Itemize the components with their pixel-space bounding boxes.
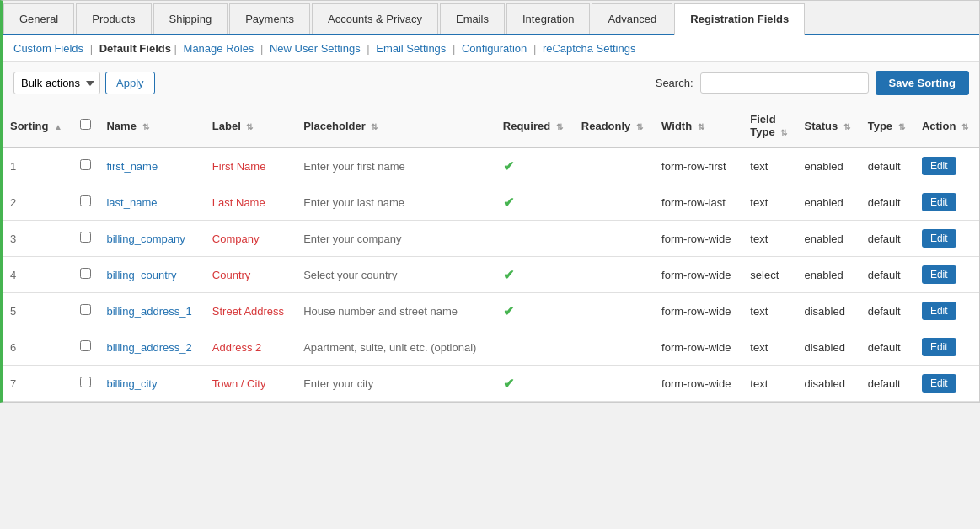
col-sorting[interactable]: Sorting ▲ — [3, 104, 73, 147]
row-num: 1 — [3, 147, 73, 184]
row-placeholder: Enter your first name — [297, 147, 496, 184]
row-readonly — [575, 329, 655, 366]
row-label: First Name — [206, 147, 297, 184]
row-checkbox[interactable] — [80, 340, 91, 351]
bulk-actions-select[interactable]: Bulk actions — [13, 72, 100, 94]
row-num: 7 — [3, 366, 73, 402]
tab-shipping[interactable]: Shipping — [153, 3, 228, 34]
edit-button[interactable]: Edit — [922, 374, 956, 393]
row-width: form-row-wide — [655, 293, 743, 329]
col-action[interactable]: Action ⇅ — [915, 104, 979, 147]
subnav-item-recaptcha-settings[interactable]: reCaptcha Settings — [543, 42, 636, 55]
sort-icon-label: ⇅ — [246, 122, 253, 131]
row-action: Edit — [915, 147, 979, 184]
subnav-item-email-settings[interactable]: Email Settings — [376, 42, 446, 55]
tab-integration[interactable]: Integration — [506, 3, 590, 34]
row-name: billing_address_2 — [99, 329, 205, 366]
sort-icon-status: ⇅ — [843, 122, 850, 131]
subnav-item-custom-fields[interactable]: Custom Fields — [13, 42, 83, 55]
col-required[interactable]: Required ⇅ — [496, 104, 575, 147]
row-checkbox-cell — [73, 329, 99, 366]
edit-button[interactable]: Edit — [922, 338, 956, 356]
col-type[interactable]: Type ⇅ — [861, 104, 915, 147]
subnav-item-configuration[interactable]: Configuration — [462, 42, 527, 55]
col-field-type[interactable]: FieldType ⇅ — [743, 104, 797, 147]
tab-accounts-privacy[interactable]: Accounts & Privacy — [312, 3, 438, 34]
row-checkbox-cell — [73, 257, 99, 293]
row-width: form-row-first — [655, 147, 743, 184]
tabs-bar: GeneralProductsShippingPaymentsAccounts … — [3, 1, 979, 35]
apply-button[interactable]: Apply — [105, 72, 155, 94]
tab-registration-fields[interactable]: Registration Fields — [674, 3, 805, 35]
row-checkbox[interactable] — [80, 268, 91, 279]
col-readonly[interactable]: Readonly ⇅ — [575, 104, 655, 147]
tab-general[interactable]: General — [3, 3, 74, 34]
table-row: 5billing_address_1Street AddressHouse nu… — [3, 293, 979, 329]
row-num: 6 — [3, 329, 73, 366]
col-status[interactable]: Status ⇅ — [797, 104, 860, 147]
row-checkbox[interactable] — [80, 195, 91, 206]
row-readonly — [575, 184, 655, 221]
row-placeholder: House number and street name — [297, 293, 496, 329]
main-container: GeneralProductsShippingPaymentsAccounts … — [0, 0, 980, 403]
row-checkbox-cell — [73, 184, 99, 221]
subnav-item-new-user-settings[interactable]: New User Settings — [270, 42, 361, 55]
row-field-type: text — [743, 293, 797, 329]
row-required — [496, 329, 575, 366]
select-all-checkbox[interactable] — [80, 119, 91, 130]
row-field-type: text — [743, 147, 797, 184]
required-check-icon: ✔ — [503, 159, 514, 174]
row-label: Country — [206, 257, 297, 293]
row-name: billing_address_1 — [99, 293, 205, 329]
row-label: Address 2 — [206, 329, 297, 366]
tab-advanced[interactable]: Advanced — [592, 3, 672, 34]
row-width: form-row-wide — [655, 257, 743, 293]
subnav-item-manage-roles[interactable]: Manage Roles — [184, 42, 254, 55]
col-label[interactable]: Label ⇅ — [206, 104, 297, 147]
row-status: disabled — [797, 293, 860, 329]
row-num: 5 — [3, 293, 73, 329]
col-name[interactable]: Name ⇅ — [99, 104, 205, 147]
col-placeholder[interactable]: Placeholder ⇅ — [297, 104, 496, 147]
row-checkbox-cell — [73, 293, 99, 329]
row-name: billing_company — [99, 221, 205, 257]
row-readonly — [575, 293, 655, 329]
edit-button[interactable]: Edit — [922, 193, 956, 211]
row-field-type: text — [743, 366, 797, 402]
table-row: 2last_nameLast NameEnter your last name✔… — [3, 184, 979, 221]
col-width[interactable]: Width ⇅ — [655, 104, 743, 147]
tab-emails[interactable]: Emails — [440, 3, 505, 34]
row-label: Last Name — [206, 184, 297, 221]
row-placeholder: Apartment, suite, unit etc. (optional) — [297, 329, 496, 366]
row-checkbox[interactable] — [80, 159, 91, 170]
row-width: form-row-wide — [655, 329, 743, 366]
table-container: Sorting ▲ Name ⇅ Label ⇅ Placeholder ⇅ R… — [3, 104, 979, 402]
edit-button[interactable]: Edit — [922, 157, 956, 175]
table-row: 6billing_address_2Address 2Apartment, su… — [3, 329, 979, 366]
row-type: default — [861, 257, 915, 293]
table-scroll[interactable]: Sorting ▲ Name ⇅ Label ⇅ Placeholder ⇅ R… — [3, 104, 979, 402]
edit-button[interactable]: Edit — [922, 265, 956, 284]
row-required: ✔ — [496, 184, 575, 221]
table-row: 7billing_cityTown / CityEnter your city✔… — [3, 366, 979, 402]
subnav-sep-5: | — [449, 42, 458, 55]
row-checkbox[interactable] — [80, 304, 91, 315]
row-status: disabled — [797, 329, 860, 366]
row-required: ✔ — [496, 257, 575, 293]
row-label: Company — [206, 221, 297, 257]
row-checkbox[interactable] — [80, 232, 91, 243]
tab-products[interactable]: Products — [76, 3, 151, 34]
edit-button[interactable]: Edit — [922, 229, 956, 248]
save-sorting-button[interactable]: Save Sorting — [876, 71, 969, 95]
toolbar-right: Search: Save Sorting — [656, 71, 969, 95]
row-num: 4 — [3, 257, 73, 293]
search-input[interactable] — [700, 72, 869, 94]
tab-payments[interactable]: Payments — [229, 3, 310, 34]
row-action: Edit — [915, 329, 979, 366]
row-field-type: select — [743, 257, 797, 293]
row-checkbox[interactable] — [80, 377, 91, 387]
fields-table: Sorting ▲ Name ⇅ Label ⇅ Placeholder ⇅ R… — [3, 104, 979, 402]
edit-button[interactable]: Edit — [922, 302, 956, 320]
row-num: 2 — [3, 184, 73, 221]
table-body: 1first_nameFirst NameEnter your first na… — [3, 147, 979, 402]
